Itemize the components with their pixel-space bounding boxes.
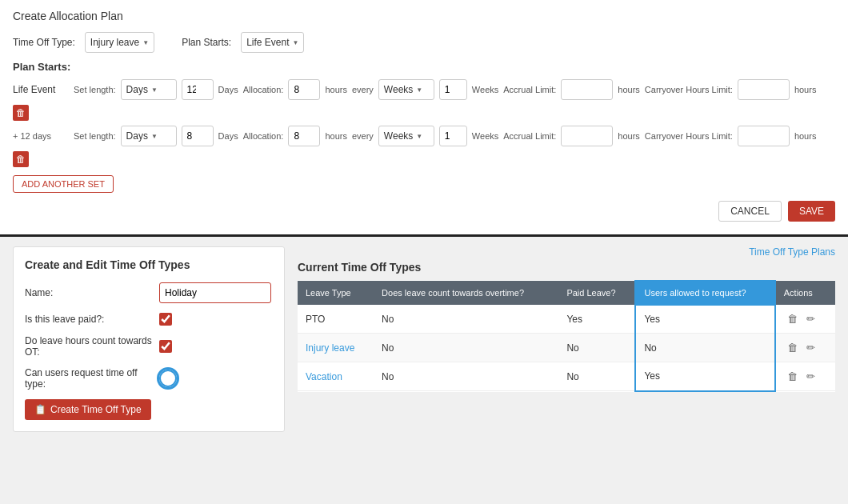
cell-leave-type: Vacation xyxy=(298,362,374,391)
row1-days-select[interactable]: Days ▼ xyxy=(121,79,177,100)
row1-accrual-label: Accrual Limit: xyxy=(503,85,556,94)
row2-carryover-input[interactable] xyxy=(738,126,790,146)
row1-accrual-unit: hours xyxy=(618,85,640,94)
col-actions: Actions xyxy=(775,281,835,305)
cell-allowed: No xyxy=(635,334,774,362)
row2-weeks-select[interactable]: Weeks ▼ xyxy=(378,126,434,146)
row1-length-input[interactable] xyxy=(182,79,214,100)
delete-injury-button[interactable]: 🗑 xyxy=(784,340,801,355)
row1-set-length-label: Set length: xyxy=(74,85,116,94)
paid-label: Is this leave paid?: xyxy=(25,314,153,325)
top-section: Create Allocation Plan Time Off Type: In… xyxy=(0,0,848,237)
save-button[interactable]: SAVE xyxy=(788,201,835,222)
paid-checkbox[interactable] xyxy=(159,313,172,326)
create-type-icon: 📋 xyxy=(34,404,46,415)
row2-days-select[interactable]: Days ▼ xyxy=(121,126,177,146)
row2-length-input[interactable] xyxy=(182,126,214,146)
top-right-link-area: Time Off Type Plans xyxy=(298,246,835,258)
cell-paid: No xyxy=(558,334,635,362)
row1-weeks-num-input[interactable] xyxy=(439,79,467,100)
edit-vacation-button[interactable]: ✏ xyxy=(803,369,818,384)
row1-carryover-label: Carryover Hours Limit: xyxy=(645,85,733,94)
row2-set-length-label: Set length: xyxy=(74,131,116,141)
row2-accrual-input[interactable] xyxy=(561,126,613,146)
add-another-set-button[interactable]: ADD ANOTHER SET xyxy=(13,175,114,193)
plan-starts-arrow-icon: ▼ xyxy=(293,39,299,46)
row2-carryover-label: Carryover Hours Limit: xyxy=(645,131,733,141)
delete-vacation-button[interactable]: 🗑 xyxy=(784,369,801,384)
plan-starts-select[interactable]: Life Event ▼ xyxy=(241,32,304,53)
edit-injury-button[interactable]: ✏ xyxy=(803,340,818,355)
cell-overtime: No xyxy=(374,334,558,362)
row2-weeks-arrow-icon: ▼ xyxy=(416,133,422,140)
col-allowed[interactable]: Users allowed to request? xyxy=(635,281,774,305)
row1-weeks-select[interactable]: Weeks ▼ xyxy=(378,79,434,100)
current-types-title: Current Time Off Types xyxy=(298,261,835,274)
create-type-label: Create Time Off Type xyxy=(50,404,142,415)
row1-carryover-input[interactable] xyxy=(738,79,790,100)
row1-label: Life Event xyxy=(13,84,69,95)
table-row: Injury leave No No No 🗑 ✏ xyxy=(298,334,835,362)
name-group: Name: xyxy=(25,282,273,303)
current-types-panel: Time Off Type Plans Current Time Off Typ… xyxy=(298,246,835,432)
row1-hours-unit: hours xyxy=(325,85,347,94)
paid-group: Is this leave paid?: xyxy=(25,313,273,326)
cancel-button[interactable]: CANCEL xyxy=(718,201,782,222)
row1-every-label: every xyxy=(352,85,374,94)
cell-overtime: No xyxy=(374,305,558,334)
col-paid: Paid Leave? xyxy=(558,281,635,305)
col-overtime: Does leave count towards overtime? xyxy=(374,281,558,305)
cell-leave-type: PTO xyxy=(298,305,374,334)
col-leave-type: Leave Type xyxy=(298,281,374,305)
name-input[interactable] xyxy=(159,282,271,303)
row2-days-arrow-icon: ▼ xyxy=(151,133,158,140)
row1-allocation-label: Allocation: xyxy=(243,85,284,94)
create-type-button[interactable]: 📋 Create Time Off Type xyxy=(25,399,151,420)
bottom-section: Create and Edit Time Off Types Name: Is … xyxy=(0,237,848,442)
create-edit-title: Create and Edit Time Off Types xyxy=(25,258,273,271)
cell-actions: 🗑 ✏ xyxy=(775,334,835,362)
row2-weeks-unit: Weeks xyxy=(472,131,498,141)
row2-weeks-num-input[interactable] xyxy=(439,126,467,146)
cell-paid: No xyxy=(558,362,635,391)
row1-accrual-input[interactable] xyxy=(561,79,613,100)
overtime-group: Do leave hours count towards OT: xyxy=(25,335,273,358)
table-row: Vacation No No Yes 🗑 ✏ xyxy=(298,362,835,391)
time-off-type-plans-link[interactable]: Time Off Type Plans xyxy=(749,246,835,258)
vacation-link[interactable]: Vacation xyxy=(306,371,342,382)
allocation-row-2: + 12 days Set length: Days ▼ Days Alloca… xyxy=(13,126,835,167)
row2-allocation-label: Allocation: xyxy=(243,131,284,141)
overtime-checkbox[interactable] xyxy=(159,340,172,353)
row2-delete-button[interactable]: 🗑 xyxy=(13,151,29,167)
time-off-type-arrow-icon: ▼ xyxy=(142,39,149,46)
edit-pto-button[interactable]: ✏ xyxy=(803,311,818,326)
cell-paid: Yes xyxy=(558,305,635,334)
time-off-type-select[interactable]: Injury leave ▼ xyxy=(85,32,154,53)
request-label: Can users request time off type: xyxy=(25,367,153,390)
row1-weeks-unit: Weeks xyxy=(472,85,498,94)
cell-overtime: No xyxy=(374,362,558,391)
cell-leave-type: Injury leave xyxy=(298,334,374,362)
request-checkbox[interactable] xyxy=(159,370,177,387)
time-off-type-value: Injury leave xyxy=(90,37,139,48)
row2-allocation-input[interactable] xyxy=(288,126,320,146)
injury-leave-link[interactable]: Injury leave xyxy=(306,342,354,354)
row2-label: + 12 days xyxy=(13,131,69,141)
type-and-plan-row: Time Off Type: Injury leave ▼ Plan Start… xyxy=(13,32,835,53)
request-group: Can users request time off type: xyxy=(25,367,273,390)
row1-carryover-unit: hours xyxy=(794,85,817,94)
table-row: PTO No Yes Yes 🗑 ✏ xyxy=(298,305,835,334)
row2-accrual-unit: hours xyxy=(618,131,640,141)
allocation-row-1: Life Event Set length: Days ▼ Days Alloc… xyxy=(13,79,835,121)
row1-allocation-input[interactable] xyxy=(288,79,320,100)
row1-delete-button[interactable]: 🗑 xyxy=(13,105,29,121)
cell-actions: 🗑 ✏ xyxy=(775,362,835,391)
row2-hours-unit: hours xyxy=(325,131,347,141)
table-header-row: Leave Type Does leave count towards over… xyxy=(298,281,835,305)
page-title: Create Allocation Plan xyxy=(13,10,835,22)
plan-starts-section-label: Plan Starts: xyxy=(13,61,835,73)
plan-starts-value: Life Event xyxy=(246,37,289,48)
row2-accrual-label: Accrual Limit: xyxy=(503,131,556,141)
current-types-table: Leave Type Does leave count towards over… xyxy=(298,280,835,392)
delete-pto-button[interactable]: 🗑 xyxy=(784,311,801,326)
